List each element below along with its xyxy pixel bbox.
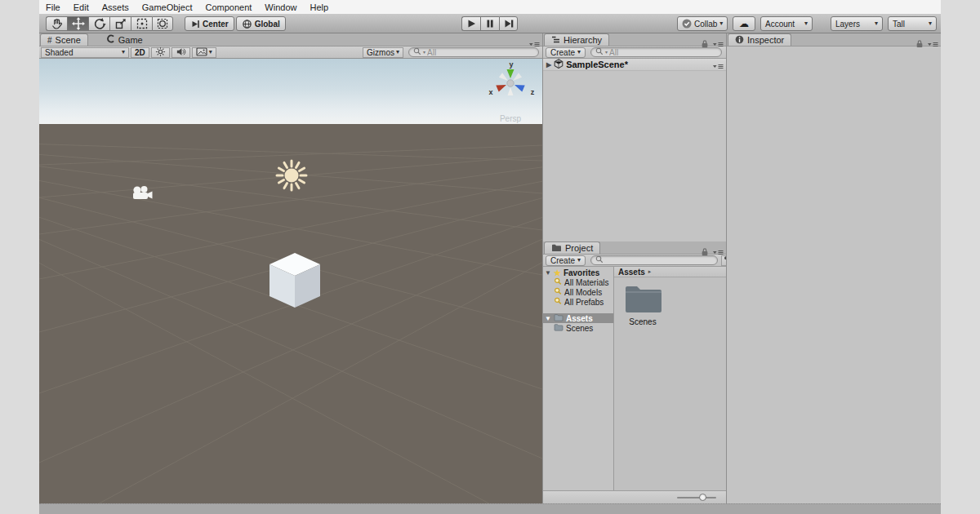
move-icon — [72, 17, 85, 30]
project-content-pane[interactable]: Assets ▸ Scenes — [614, 267, 726, 490]
axis-z-label[interactable]: z — [531, 88, 535, 96]
rect-tool-icon — [136, 17, 149, 30]
speaker-icon — [176, 47, 186, 59]
chevron-down-icon: ▾ — [209, 49, 212, 55]
disclosure-triangle-icon[interactable]: ▼ — [545, 269, 551, 277]
panel-menu-icon[interactable] — [529, 37, 540, 51]
zoom-slider-track[interactable] — [677, 497, 716, 498]
chevron-down-icon: ▾ — [577, 257, 581, 264]
favorite-label: All Materials — [564, 278, 608, 287]
lock-icon[interactable] — [701, 37, 709, 51]
layout-label: Tall — [893, 20, 905, 29]
layers-dropdown[interactable]: Layers ▾ — [831, 16, 883, 31]
game-icon — [106, 34, 115, 45]
project-create-dropdown[interactable]: Create ▾ — [546, 255, 586, 266]
scene-row-menu-icon[interactable] — [713, 62, 724, 72]
tree-item-scenes[interactable]: Scenes — [543, 323, 613, 333]
tab-game[interactable]: Game — [100, 33, 149, 46]
play-button[interactable] — [461, 16, 480, 31]
breadcrumb-label[interactable]: Assets — [618, 268, 645, 277]
lock-icon[interactable] — [915, 37, 924, 51]
menu-component[interactable]: Component — [198, 2, 258, 13]
scale-tool-button[interactable] — [109, 16, 131, 31]
step-button[interactable] — [499, 16, 518, 31]
menu-gameobject[interactable]: GameObject — [136, 2, 199, 13]
cube-object[interactable] — [270, 253, 320, 308]
space-mode-button[interactable]: Global — [236, 16, 286, 31]
collab-button[interactable]: Collab ▾ — [677, 16, 728, 31]
favorite-all-materials[interactable]: All Materials — [543, 277, 613, 287]
scenes-folder-item[interactable] — [624, 281, 663, 317]
favorite-search-icon — [554, 287, 562, 297]
project-search-field[interactable] — [590, 255, 718, 265]
transform-tool-button[interactable] — [152, 16, 173, 31]
move-tool-button[interactable] — [67, 16, 88, 31]
lock-icon[interactable] — [701, 245, 709, 259]
breadcrumb: Assets ▸ — [614, 267, 726, 277]
disclosure-triangle-icon[interactable]: ▼ — [545, 315, 551, 322]
favorites-root[interactable]: ▼ ★ Favorites — [543, 268, 613, 277]
scene-panel: # Scene Game Shaded ▾ 2D — [39, 33, 542, 503]
hierarchy-create-dropdown[interactable]: Create ▾ — [546, 47, 586, 58]
menu-edit[interactable]: Edit — [67, 2, 96, 13]
projection-mode-label[interactable]: Persp — [500, 114, 522, 123]
scene-lighting-button[interactable] — [151, 47, 170, 58]
chevron-down-icon: ▾ — [122, 49, 125, 55]
disclosure-triangle-icon[interactable]: ▶ — [546, 61, 551, 69]
rotate-tool-button[interactable] — [88, 16, 109, 31]
gizmos-label: Gizmos — [367, 48, 394, 57]
panel-menu-icon[interactable] — [713, 245, 724, 259]
tab-project-label: Project — [565, 243, 593, 253]
menu-help[interactable]: Help — [303, 2, 335, 13]
axis-x-label[interactable]: x — [488, 88, 492, 96]
menu-window[interactable]: Window — [258, 2, 303, 13]
page-margin-right — [941, 0, 980, 514]
hierarchy-scene-row[interactable]: ▶ SampleScene* — [543, 59, 726, 71]
pivot-icon — [190, 19, 200, 29]
menu-file[interactable]: File — [39, 2, 67, 13]
search-icon — [595, 47, 604, 57]
inspector-panel: Inspector — [726, 33, 941, 503]
toggle-2d-button[interactable]: 2D — [131, 47, 149, 58]
tab-hierarchy[interactable]: Hierarchy — [544, 33, 609, 46]
step-icon — [502, 17, 515, 30]
tab-scene[interactable]: # Scene — [40, 33, 88, 46]
tree-item-assets[interactable]: ▼ Assets — [543, 313, 613, 323]
scene-viewport[interactable]: y x z Persp — [39, 59, 542, 503]
panel-menu-icon[interactable] — [928, 37, 938, 51]
gizmos-dropdown[interactable]: Gizmos ▾ — [363, 47, 403, 58]
scene-search-field[interactable]: ▾ — [408, 47, 539, 57]
tab-scene-label: Scene — [56, 35, 81, 45]
star-icon: ★ — [554, 268, 561, 277]
favorite-label: All Prefabs — [564, 298, 604, 307]
scene-audio-button[interactable] — [172, 47, 190, 58]
project-search-input[interactable] — [605, 256, 713, 265]
scene-search-input[interactable] — [427, 48, 534, 57]
pause-button[interactable] — [480, 16, 499, 31]
unity-scene-icon — [554, 59, 564, 70]
rect-tool-button[interactable] — [131, 16, 152, 31]
account-dropdown[interactable]: Account ▾ — [760, 16, 813, 31]
hand-tool-button[interactable] — [46, 16, 67, 31]
axis-y-label[interactable]: y — [509, 60, 513, 69]
favorite-all-prefabs[interactable]: All Prefabs — [543, 297, 613, 307]
tab-inspector[interactable]: Inspector — [728, 33, 791, 46]
menu-assets[interactable]: Assets — [96, 2, 136, 13]
chevron-down-icon: ▾ — [719, 20, 723, 27]
scene-orientation-gizmo[interactable]: y x z — [488, 60, 534, 96]
zoom-slider-knob[interactable] — [699, 494, 706, 501]
ground-grid — [39, 136, 542, 503]
chevron-down-icon: ▾ — [804, 20, 808, 27]
panel-menu-icon[interactable] — [713, 37, 724, 51]
unity-editor-window: File Edit Assets GameObject Component Wi… — [39, 0, 941, 514]
shading-mode-dropdown[interactable]: Shaded ▾ — [41, 47, 129, 58]
tab-project[interactable]: Project — [544, 241, 600, 254]
directional-light-gizmo[interactable] — [277, 161, 306, 190]
cloud-button[interactable]: ☁ — [733, 16, 755, 31]
pivot-mode-button[interactable]: Center — [185, 16, 234, 31]
scene-effects-dropdown[interactable]: ▾ — [192, 47, 216, 58]
menu-bar: File Edit Assets GameObject Component Wi… — [39, 0, 941, 14]
favorite-all-models[interactable]: All Models — [543, 287, 613, 297]
layout-dropdown[interactable]: Tall ▾ — [888, 16, 937, 31]
scene-name-label: SampleScene* — [566, 60, 628, 69]
